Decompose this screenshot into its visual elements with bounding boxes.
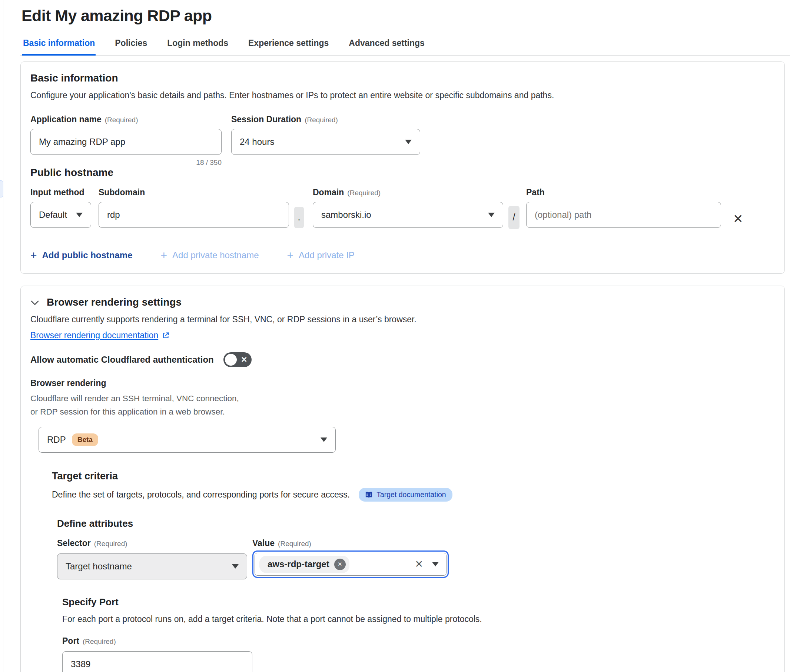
define-attributes-heading: Define attributes — [57, 518, 773, 530]
browser-rendering-collapse-header[interactable]: Browser rendering settings — [30, 296, 773, 308]
remove-hostname-button[interactable]: ✕ — [731, 209, 745, 229]
define-attributes-block: Define attributes Selector (Required) Ta… — [57, 518, 773, 672]
specify-port-block: Specify Port For each port a protocol ru… — [62, 597, 773, 672]
browser-rendering-card: Browser rendering settings Cloudflare cu… — [20, 286, 785, 672]
chevron-down-icon — [30, 300, 39, 306]
toggle-knob — [225, 354, 237, 366]
clear-value-button[interactable]: ✕ — [412, 559, 425, 570]
input-method-label: Input method — [30, 187, 85, 197]
application-name-input[interactable] — [30, 129, 221, 155]
path-label: Path — [526, 187, 545, 197]
session-duration-value: 24 hours — [240, 137, 274, 147]
session-duration-required: (Required) — [304, 116, 338, 124]
page-left-divider — [3, 0, 3, 672]
domain-value: samborski.io — [321, 210, 371, 220]
tab-policies[interactable]: Policies — [114, 38, 148, 55]
remove-tag-button[interactable]: ✕ — [334, 558, 346, 570]
selector-required: (Required) — [94, 540, 127, 548]
page-title: Edit My amazing RDP app — [21, 7, 790, 25]
external-link-icon — [162, 331, 170, 339]
port-label: Port — [62, 636, 79, 646]
input-method-select[interactable]: Default — [30, 202, 91, 228]
add-buttons-row: + Add public hostname + Add private host… — [30, 250, 773, 261]
application-name-counter: 18 / 350 — [30, 158, 221, 167]
plus-icon: + — [161, 250, 167, 261]
subdomain-label: Subdomain — [99, 187, 145, 197]
add-private-ip-button[interactable]: + Add private IP — [287, 250, 355, 261]
tab-bar: Basic information Policies Login methods… — [20, 38, 790, 56]
book-icon — [365, 491, 373, 498]
input-method-value: Default — [39, 210, 67, 220]
add-public-hostname-button[interactable]: + Add public hostname — [30, 250, 133, 261]
chevron-down-icon — [405, 140, 412, 144]
domain-label: Domain — [313, 187, 344, 197]
main-content: Edit My amazing RDP app Basic informatio… — [20, 0, 790, 672]
selector-select[interactable]: Target hostname — [57, 554, 247, 579]
public-hostname-row: Input method Default Subdomain . Domain … — [30, 187, 773, 229]
subdomain-input[interactable] — [99, 202, 289, 228]
chevron-down-icon — [76, 213, 83, 217]
browser-rendering-value: RDP — [47, 435, 66, 445]
domain-required: (Required) — [347, 189, 381, 197]
cloudflared-auth-label: Allow automatic Cloudflared authenticati… — [30, 355, 214, 365]
sidebar-edge-highlight — [0, 181, 3, 197]
value-label: Value — [252, 538, 274, 548]
hostname-dot-separator: . — [294, 207, 304, 228]
specify-port-heading: Specify Port — [62, 597, 773, 608]
add-private-hostname-button[interactable]: + Add private hostname — [161, 250, 259, 261]
value-required: (Required) — [278, 540, 311, 548]
session-duration-label: Session Duration — [231, 114, 301, 125]
value-tag-text: aws-rdp-target — [268, 559, 329, 570]
port-required: (Required) — [83, 638, 116, 646]
browser-rendering-heading: Browser rendering settings — [47, 296, 181, 308]
tab-experience-settings[interactable]: Experience settings — [248, 38, 329, 55]
browser-rendering-field-description: Cloudflare will render an SSH terminal, … — [30, 392, 247, 419]
cloudflared-auth-toggle[interactable]: ✕ — [223, 352, 252, 367]
toggle-off-icon: ✕ — [241, 355, 248, 364]
tab-basic-information[interactable]: Basic information — [22, 38, 96, 56]
browser-rendering-doc-link[interactable]: Browser rendering documentation — [30, 330, 158, 341]
public-hostname-heading: Public hostname — [30, 167, 773, 179]
selector-value: Target hostname — [66, 561, 132, 571]
plus-icon: + — [30, 250, 37, 261]
specify-port-description: For each port a protocol runs on, add a … — [62, 614, 773, 625]
target-criteria-heading: Target criteria — [52, 470, 773, 482]
target-documentation-badge[interactable]: Target documentation — [359, 488, 452, 502]
browser-rendering-field-label: Browser rendering — [30, 378, 106, 388]
application-name-label: Application name — [30, 114, 101, 125]
tab-login-methods[interactable]: Login methods — [167, 38, 229, 55]
session-duration-select[interactable]: 24 hours — [231, 129, 420, 155]
browser-rendering-description: Cloudflare currently supports rendering … — [30, 314, 773, 325]
application-name-required: (Required) — [105, 116, 138, 124]
port-input[interactable] — [62, 651, 252, 672]
chevron-down-icon — [488, 213, 495, 217]
selector-label: Selector — [57, 538, 91, 548]
basic-information-heading: Basic information — [30, 72, 773, 84]
basic-information-card: Basic information Configure your applica… — [20, 61, 785, 274]
value-multiselect-focus-ring: aws-rdp-target ✕ ✕ — [252, 550, 449, 578]
value-tag: aws-rdp-target ✕ — [260, 556, 349, 573]
beta-badge: Beta — [72, 434, 98, 446]
basic-information-description: Configure your application's basic detai… — [30, 90, 773, 101]
hostname-slash-separator: / — [508, 206, 519, 229]
domain-select[interactable]: samborski.io — [313, 202, 503, 228]
value-multiselect[interactable]: aws-rdp-target ✕ ✕ — [255, 553, 447, 576]
plus-icon: + — [287, 250, 294, 261]
browser-rendering-select[interactable]: RDP Beta — [38, 427, 336, 453]
path-input[interactable] — [526, 202, 721, 228]
target-criteria-section: Target criteria Define the set of target… — [52, 470, 773, 672]
target-criteria-description: Define the set of targets, protocols, an… — [52, 490, 350, 500]
chevron-down-icon[interactable] — [432, 562, 439, 566]
chevron-down-icon — [232, 564, 239, 569]
tab-advanced-settings[interactable]: Advanced settings — [348, 38, 425, 55]
chevron-down-icon — [320, 437, 327, 442]
